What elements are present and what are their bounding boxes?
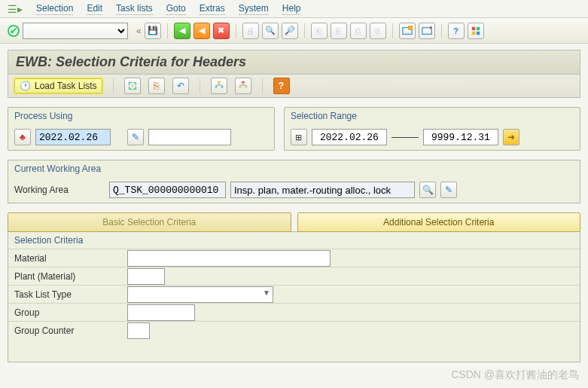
- find-next-button[interactable]: 🔎: [282, 23, 298, 39]
- expand-icon[interactable]: [124, 78, 141, 94]
- key-date-icon[interactable]: ♣: [14, 129, 31, 145]
- svg-rect-5: [471, 31, 474, 34]
- svg-rect-13: [245, 86, 247, 88]
- menu-edit[interactable]: Edit: [87, 3, 102, 15]
- menu-system[interactable]: System: [239, 3, 269, 15]
- range-from-field[interactable]: [312, 129, 387, 145]
- svg-rect-9: [215, 86, 217, 88]
- selection-range-title: Selection Range: [285, 108, 580, 124]
- next-page-button[interactable]: ⎙: [350, 23, 367, 39]
- exit-button[interactable]: ◀: [193, 23, 210, 39]
- prev-page-button[interactable]: ⎘: [331, 23, 347, 39]
- hierarchy-a-icon[interactable]: [211, 78, 227, 94]
- edit-wa-button[interactable]: ✎: [440, 182, 457, 198]
- svg-point-7: [131, 85, 133, 87]
- system-toolbar: ✔ « 💾 ◀ ◀ ✖ 🖨 🔍 🔎 ⎗ ⎘ ⎙ ⎚ ?: [0, 18, 588, 44]
- selection-criteria-panel: Selection Criteria Material Plant (Mater…: [8, 231, 580, 362]
- working-area-id-field[interactable]: [109, 182, 226, 198]
- load-task-lists-button[interactable]: 🕑 Load Task Lists: [14, 78, 102, 93]
- info-button[interactable]: ?: [273, 78, 290, 94]
- new-session-button[interactable]: [399, 23, 416, 39]
- back-hist-icon[interactable]: «: [136, 26, 142, 36]
- cancel-button[interactable]: ✖: [213, 23, 230, 39]
- tab-strip: Basic Selection Criteria Additional Sele…: [8, 212, 580, 232]
- material-label: Material: [14, 253, 127, 264]
- last-page-button[interactable]: ⎚: [370, 23, 386, 39]
- clock-icon: 🕑: [20, 81, 31, 91]
- svg-rect-1: [408, 26, 412, 29]
- find-button[interactable]: 🔍: [262, 23, 279, 39]
- tab-additional[interactable]: Additional Selection Criteria: [297, 212, 581, 232]
- command-field[interactable]: [23, 23, 128, 39]
- menu-goto[interactable]: Goto: [166, 3, 186, 15]
- svg-rect-12: [239, 86, 241, 88]
- range-action-icon[interactable]: ➜: [503, 129, 519, 145]
- svg-rect-8: [218, 81, 221, 84]
- layout-button[interactable]: [419, 23, 435, 39]
- menu-selection[interactable]: Selection: [36, 3, 73, 15]
- print-button[interactable]: 🖨: [242, 23, 259, 39]
- menu-task-lists[interactable]: Task lists: [116, 3, 153, 15]
- svg-rect-6: [477, 31, 480, 34]
- material-field[interactable]: [127, 250, 331, 267]
- copy-icon[interactable]: ⎘: [148, 78, 165, 94]
- range-dash: [391, 137, 419, 138]
- range-icon[interactable]: ⊞: [291, 129, 307, 145]
- hierarchy-b-icon[interactable]: [235, 78, 251, 94]
- save-button[interactable]: 💾: [145, 23, 161, 39]
- enter-button[interactable]: ✔: [8, 25, 20, 37]
- load-task-lists-label: Load Task Lists: [35, 81, 97, 91]
- menu-help[interactable]: Help: [282, 3, 301, 15]
- search-wa-button[interactable]: 🔍: [419, 182, 436, 198]
- task-type-label: Task List Type: [14, 289, 127, 300]
- counter-label: Group Counter: [14, 325, 127, 336]
- svg-rect-4: [477, 26, 480, 29]
- key-date-field[interactable]: [35, 129, 111, 145]
- menu-bar: ☰▸ Selection Edit Task lists Goto Extras…: [0, 0, 588, 18]
- application-toolbar: 🕑 Load Task Lists ⎘ ↶ ?: [8, 75, 580, 98]
- plant-label: Plant (Material): [14, 271, 127, 282]
- sap-menu-icon[interactable]: ☰▸: [8, 3, 23, 15]
- customize-button[interactable]: [468, 23, 484, 39]
- plant-field[interactable]: [127, 268, 165, 285]
- page-title: EWB: Selection Criteria for Headers: [8, 50, 580, 75]
- svg-rect-10: [221, 86, 223, 88]
- process-using-title: Process Using: [8, 108, 274, 124]
- group-field[interactable]: [127, 304, 195, 321]
- dropdown-icon[interactable]: ▼: [263, 289, 270, 297]
- undo-icon[interactable]: ↶: [172, 78, 189, 94]
- range-to-field[interactable]: [423, 129, 498, 145]
- task-type-field[interactable]: [127, 286, 273, 303]
- content-area: EWB: Selection Criteria for Headers 🕑 Lo…: [0, 44, 588, 368]
- change-no-field[interactable]: [148, 129, 231, 145]
- working-area-panel: Current Working Area Working Area 🔍 ✎: [8, 160, 580, 203]
- process-using-panel: Process Using ♣ ✎: [8, 107, 275, 151]
- svg-rect-3: [471, 26, 474, 29]
- change-no-icon[interactable]: ✎: [127, 129, 144, 145]
- svg-rect-11: [242, 81, 245, 84]
- tab-basic[interactable]: Basic Selection Criteria: [8, 212, 291, 232]
- group-label: Group: [14, 307, 127, 318]
- menu-extras[interactable]: Extras: [200, 3, 225, 15]
- selection-criteria-title: Selection Criteria: [8, 232, 580, 249]
- selection-range-panel: Selection Range ⊞ ➜: [284, 107, 580, 151]
- counter-field[interactable]: [127, 322, 150, 339]
- working-area-title: Current Working Area: [8, 160, 580, 177]
- working-area-desc-field: [230, 182, 415, 198]
- help-button[interactable]: ?: [448, 23, 465, 39]
- back-button[interactable]: ◀: [174, 23, 190, 39]
- working-area-label: Working Area: [14, 185, 105, 195]
- first-page-button[interactable]: ⎗: [311, 23, 328, 39]
